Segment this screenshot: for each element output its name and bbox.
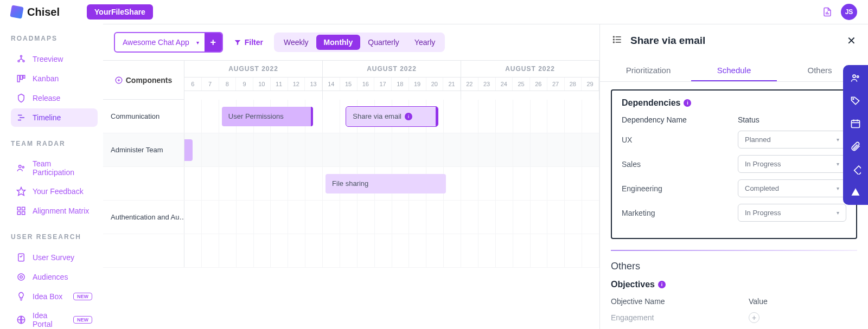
day-cell: 17 (374, 78, 392, 91)
view-quarterly[interactable]: Quarterly (360, 35, 407, 50)
calendar-icon[interactable] (850, 118, 861, 129)
attachment-icon[interactable] (850, 141, 861, 152)
sidebar-item-label: Audiences (33, 273, 68, 281)
objective-value[interactable]: + (749, 312, 857, 323)
dependency-status-select[interactable]: In Progress (738, 204, 846, 222)
day-cell: 7 (202, 78, 219, 91)
content: Awesome Chat App + Filter Weekly Monthly… (103, 24, 868, 329)
timeline-bar[interactable]: File sharing (326, 174, 446, 193)
svg-rect-12 (17, 207, 20, 210)
list-icon (612, 34, 623, 47)
info-icon: i (405, 113, 412, 120)
day-cell: 21 (443, 78, 461, 91)
sidebar-item-release[interactable]: Release (11, 89, 98, 107)
view-switch: Weekly Monthly Quarterly Yearly (274, 33, 445, 52)
sidebar-item-team-participation[interactable]: Team Participation (11, 155, 98, 181)
day-cell: 19 (409, 78, 426, 91)
clipboard-icon (16, 253, 26, 262)
sidebar-item-user-survey[interactable]: User Survey (11, 248, 98, 267)
brand-logo[interactable]: Chisel (11, 6, 60, 18)
filter-button[interactable]: Filter (229, 38, 267, 47)
sidebar-item-treeview[interactable]: Treeview (11, 50, 98, 68)
sidebar-item-label: Alignment Matrix (33, 207, 89, 215)
timeline-row: Administer Team (103, 133, 599, 167)
obj-col-name: Objective Name (611, 297, 749, 306)
bar-label: Share via email (353, 112, 401, 120)
day-cell: 23 (478, 78, 496, 91)
tab-schedule[interactable]: Schedule (691, 60, 777, 81)
sidebar-item-label: User Survey (33, 253, 74, 262)
sidebar-item-idea-box[interactable]: Idea BoxNEW (11, 287, 98, 306)
workspace-select[interactable]: Awesome Chat App + (114, 32, 223, 53)
row-label (103, 167, 184, 200)
day-cell: 15 (340, 78, 358, 91)
dependency-name: Engineering (622, 184, 738, 193)
sidebar-heading-userresearch: USER RESEARCH (11, 233, 98, 241)
sidebar-item-idea-portal[interactable]: Idea PortalNEW (11, 307, 98, 329)
day-cell: 18 (392, 78, 409, 91)
svg-rect-5 (23, 75, 25, 78)
sidebar-item-alignment-matrix[interactable]: Alignment Matrix (11, 202, 98, 220)
svg-rect-34 (854, 166, 861, 175)
project-badge[interactable]: YourFileShare (87, 4, 153, 20)
view-weekly[interactable]: Weekly (276, 35, 316, 50)
dependency-status-select[interactable]: Planned (738, 131, 846, 149)
sidebar: ROADMAPS Treeview Kanban Release Timelin… (0, 24, 103, 329)
timeline-header: Components AUGUST 2022678910111213AUGUST… (103, 61, 599, 100)
day-cell: 8 (219, 78, 237, 91)
timeline-row: File sharing (103, 167, 599, 201)
triangle-icon[interactable] (850, 186, 861, 197)
svg-rect-13 (22, 207, 25, 210)
view-monthly[interactable]: Monthly (316, 35, 361, 50)
close-icon[interactable]: ✕ (847, 34, 856, 47)
row-cells: User PermissionsShare via emaili (184, 100, 599, 133)
objectives-heading: Objectives i (611, 280, 857, 289)
plus-icon[interactable]: + (749, 312, 760, 323)
tag-icon[interactable] (850, 95, 861, 106)
sidebar-item-label: Release (33, 94, 60, 102)
objective-name: Engagement (611, 313, 749, 322)
info-icon[interactable]: i (658, 281, 666, 288)
kanban-icon (16, 74, 26, 83)
people-icon[interactable] (850, 73, 861, 83)
sidebar-item-label: Idea Box (33, 292, 62, 301)
sidebar-item-audiences[interactable]: Audiences (11, 268, 98, 286)
timeline-bar[interactable]: User Permissions (222, 107, 313, 126)
svg-rect-3 (17, 75, 20, 82)
sidebar-item-label: Timeline (33, 113, 61, 122)
add-workspace-button[interactable]: + (205, 33, 222, 51)
sidebar-heading-teamradar: TEAM RADAR (11, 140, 98, 147)
components-corner[interactable]: Components (103, 61, 184, 100)
report-icon[interactable] (822, 7, 832, 17)
avatar[interactable]: JS (841, 4, 857, 20)
components-label: Components (126, 76, 173, 85)
day-cell: 10 (253, 78, 271, 91)
sidebar-item-your-feedback[interactable]: Your Feedback (11, 182, 98, 201)
sidebar-item-kanban[interactable]: Kanban (11, 69, 98, 88)
workspace-label[interactable]: Awesome Chat App (115, 34, 205, 50)
timeline-bar-fragment[interactable] (184, 139, 193, 161)
globe-icon (16, 315, 26, 325)
bulb-icon (16, 292, 26, 301)
day-cell: 24 (496, 78, 513, 91)
brand-name: Chisel (27, 6, 60, 18)
view-yearly[interactable]: Yearly (407, 35, 443, 50)
day-cell: 20 (426, 78, 444, 91)
timeline-bar[interactable]: Share via emaili (346, 107, 437, 126)
dependency-status-select[interactable]: In Progress (738, 155, 846, 173)
svg-point-18 (20, 276, 23, 279)
sidebar-item-timeline[interactable]: Timeline (11, 108, 98, 127)
bar-label: User Permissions (228, 112, 284, 120)
dependency-name: Sales (622, 160, 738, 169)
obj-col-value: Value (749, 297, 857, 306)
day-cell: 26 (530, 78, 547, 91)
timeline-grid[interactable]: Components AUGUST 2022678910111213AUGUST… (103, 60, 599, 329)
info-icon[interactable]: i (684, 99, 691, 107)
tab-prioritization[interactable]: Prioritization (605, 60, 691, 81)
dependency-status-select[interactable]: Completed (738, 179, 846, 197)
diamond-icon[interactable] (850, 164, 861, 175)
sidebar-heading-roadmaps: ROADMAPS (11, 35, 98, 42)
day-cell: 12 (288, 78, 305, 91)
day-cell: 9 (236, 78, 253, 91)
day-cell: 13 (305, 78, 322, 91)
